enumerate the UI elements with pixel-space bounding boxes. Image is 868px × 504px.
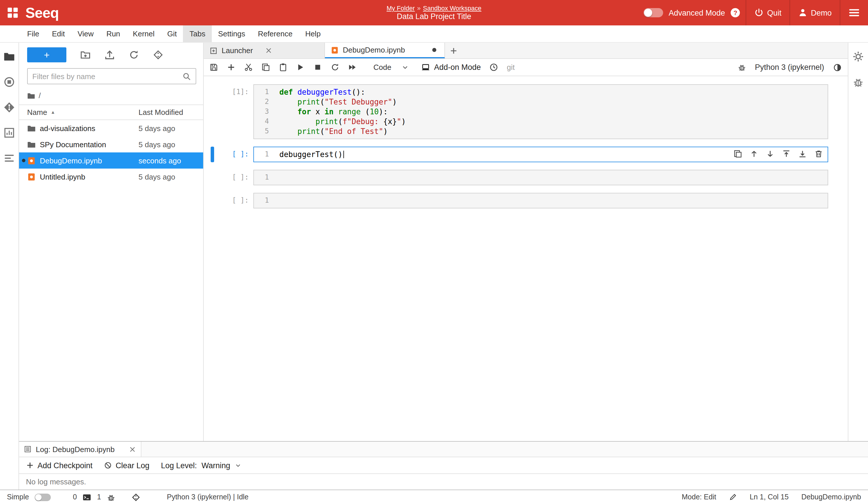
hamburger-menu-icon[interactable] <box>848 7 860 19</box>
clear-log-button[interactable]: Clear Log <box>104 461 149 470</box>
menu-item-help[interactable]: Help <box>299 25 327 42</box>
kernel-status-text[interactable]: Python 3 (ipykernel) | Idle <box>167 493 248 501</box>
file-row[interactable]: SPy Documentation5 days ago <box>19 136 203 152</box>
restart-kernel-icon[interactable] <box>331 63 339 72</box>
menu-item-settings[interactable]: Settings <box>212 25 252 42</box>
breadcrumb-workspace[interactable]: Sandbox Workspace <box>423 4 482 12</box>
seeq-logo[interactable]: Seeq <box>25 4 59 21</box>
clock-icon[interactable] <box>489 63 498 72</box>
cell-collapser[interactable] <box>211 193 214 208</box>
code-content[interactable] <box>275 193 828 208</box>
help-icon[interactable]: ? <box>731 8 740 17</box>
restart-run-all-icon[interactable] <box>348 63 356 72</box>
file-browser-icon[interactable] <box>3 51 15 62</box>
file-row[interactable]: Untitled.ipynb5 days ago <box>19 168 203 185</box>
menu-item-view[interactable]: View <box>71 25 100 42</box>
new-launcher-button[interactable]: + <box>27 47 66 62</box>
upload-icon[interactable] <box>104 50 115 60</box>
kernel-name[interactable]: Python 3 (ipykernel) <box>755 63 824 72</box>
cut-cell-icon[interactable] <box>244 63 253 72</box>
kernel-sessions-icon[interactable] <box>107 493 115 501</box>
copy-cell-icon[interactable] <box>261 63 270 72</box>
delete-cell-icon[interactable] <box>814 150 823 158</box>
search-icon[interactable] <box>182 72 191 81</box>
advanced-mode-toggle[interactable] <box>643 8 663 17</box>
git-panel-icon[interactable] <box>3 102 15 113</box>
root-path[interactable]: / <box>39 91 41 100</box>
move-up-cell-icon[interactable] <box>750 150 758 158</box>
unsaved-dot-icon[interactable] <box>432 48 436 52</box>
code-cell[interactable]: [ ]:1 <box>211 170 828 185</box>
cell-editor[interactable]: 1 <box>254 170 828 185</box>
debugger-bug-icon[interactable] <box>737 63 746 72</box>
apps-grid-icon[interactable] <box>7 7 19 19</box>
kernel-count[interactable]: 1 <box>97 493 101 501</box>
terminal-count[interactable]: 0 <box>73 493 77 501</box>
save-icon[interactable] <box>209 63 218 72</box>
git-clone-icon[interactable] <box>153 50 163 60</box>
addon-mode-button[interactable]: Add-on Mode <box>421 63 481 72</box>
kernel-status-icon[interactable] <box>833 63 842 72</box>
terminal-icon[interactable] <box>83 493 91 501</box>
menu-item-git[interactable]: Git <box>161 25 183 42</box>
close-icon[interactable] <box>129 445 136 453</box>
add-cell-icon[interactable] <box>227 63 236 72</box>
git-status-icon[interactable] <box>132 493 140 501</box>
active-code-cell[interactable]: [ ]:1debuggerTest() <box>211 147 828 162</box>
breadcrumb-my-folder[interactable]: My Folder <box>387 4 415 12</box>
refresh-icon[interactable] <box>129 50 139 60</box>
menu-item-tabs[interactable]: Tabs <box>183 25 212 42</box>
running-kernels-icon[interactable] <box>3 76 15 88</box>
code-cell[interactable]: [ ]:1 <box>211 193 828 208</box>
menu-item-reference[interactable]: Reference <box>252 25 299 42</box>
duplicate-cell-icon[interactable] <box>734 150 742 158</box>
insert-above-cell-icon[interactable] <box>782 150 790 158</box>
log-tab[interactable]: Log: DebugDemo.ipynb <box>19 442 142 457</box>
cell-editor[interactable]: 12345def debuggerTest(): print("Test Deb… <box>254 84 828 139</box>
paste-cell-icon[interactable] <box>279 63 287 72</box>
table-of-contents-icon[interactable] <box>3 152 15 164</box>
simple-mode-toggle[interactable] <box>35 493 51 501</box>
menu-item-file[interactable]: File <box>21 25 45 42</box>
cell-editor[interactable]: 1 <box>254 193 828 208</box>
quit-button[interactable]: Quit <box>752 8 784 17</box>
close-icon[interactable] <box>265 47 272 54</box>
file-row[interactable]: ad-visualizations5 days ago <box>19 120 203 136</box>
new-folder-icon[interactable] <box>80 50 91 60</box>
menu-item-kernel[interactable]: Kernel <box>126 25 161 42</box>
add-checkpoint-button[interactable]: Add Checkpoint <box>26 461 93 470</box>
stop-kernel-icon[interactable] <box>313 63 322 72</box>
cell-type-dropdown[interactable]: Code <box>370 62 412 73</box>
code-content[interactable] <box>275 170 828 185</box>
chart-panel-icon[interactable] <box>3 127 15 138</box>
folder-root-icon[interactable] <box>27 92 35 100</box>
gear-icon[interactable] <box>852 51 864 62</box>
cell-collapser[interactable] <box>211 147 214 162</box>
mode-indicator[interactable]: Mode: Edit <box>682 493 716 501</box>
code-cell[interactable]: [1]:12345def debuggerTest(): print("Test… <box>211 84 828 139</box>
run-cell-icon[interactable] <box>296 63 305 72</box>
git-toolbar-label[interactable]: git <box>507 63 515 72</box>
launcher-icon <box>209 47 218 54</box>
log-level-dropdown[interactable]: Warning <box>202 461 241 470</box>
line-number-gutter: 1 <box>254 170 275 185</box>
cursor-position[interactable]: Ln 1, Col 15 <box>750 493 789 501</box>
cell-collapser[interactable] <box>211 170 214 185</box>
debugger-sidebar-icon[interactable] <box>852 76 864 88</box>
new-tab-button[interactable] <box>445 43 462 58</box>
sort-by-modified-header[interactable]: Last Modified <box>138 108 198 117</box>
code-content[interactable]: def debuggerTest(): print("Test Debugger… <box>275 85 828 138</box>
cell-collapser[interactable] <box>211 84 214 139</box>
file-row[interactable]: DebugDemo.ipynbseconds ago <box>19 152 203 168</box>
insert-below-cell-icon[interactable] <box>798 150 807 158</box>
cell-editor[interactable]: 1debuggerTest() <box>254 147 828 162</box>
tab-launcher[interactable]: Launcher <box>204 43 325 58</box>
move-down-cell-icon[interactable] <box>766 150 775 158</box>
filter-files-input[interactable] <box>28 72 182 81</box>
user-menu[interactable]: Demo <box>796 8 834 17</box>
menu-item-run[interactable]: Run <box>100 25 127 42</box>
tab-notebook[interactable]: DebugDemo.ipynb <box>325 43 445 58</box>
menu-item-edit[interactable]: Edit <box>45 25 71 42</box>
sort-by-name-header[interactable]: Name ▲ <box>27 108 138 117</box>
topbar-divider <box>789 0 790 25</box>
